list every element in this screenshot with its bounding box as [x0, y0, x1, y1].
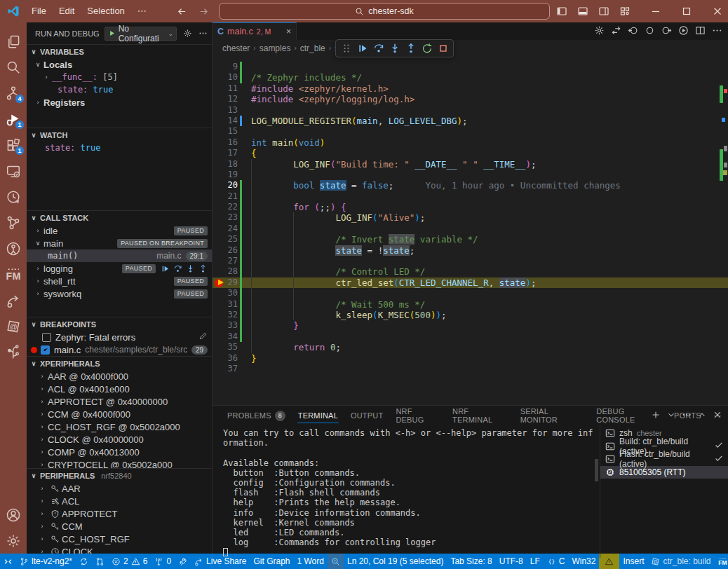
code-line[interactable]: 24 — [213, 224, 728, 234]
status-sync[interactable] — [76, 554, 92, 569]
code-line[interactable]: 34 — [213, 331, 728, 342]
toggle-sidebar-icon[interactable] — [551, 0, 572, 22]
gutter[interactable] — [215, 310, 226, 320]
watch-row[interactable]: state: true — [27, 142, 212, 154]
panel-action-close[interactable] — [713, 410, 722, 422]
nav-back-icon[interactable] — [177, 6, 187, 17]
variable-row[interactable]: ›Registers — [27, 96, 212, 109]
menu-more[interactable]: ⋯ — [131, 0, 153, 22]
status-git-branch[interactable]: lte-v2-ng2* — [16, 554, 76, 569]
chevron-right-icon[interactable]: › — [32, 227, 43, 234]
section-header[interactable]: ∨CALL STACK — [27, 211, 212, 224]
nav-forward-icon[interactable] — [198, 6, 209, 17]
chevron-right-icon[interactable]: › — [36, 423, 48, 430]
section-header[interactable]: ∨WATCH — [27, 128, 212, 142]
activity-run-and-debug[interactable]: 1 — [0, 106, 27, 132]
breadcrumb-item[interactable]: samples — [259, 43, 291, 53]
customize-layout-icon[interactable] — [614, 0, 635, 22]
activity-search[interactable] — [0, 54, 27, 80]
chevron-right-icon[interactable]: › — [36, 510, 48, 517]
activity-explorer[interactable] — [0, 28, 27, 54]
code-line[interactable]: 11#include <zephyr/kernel.h> — [213, 83, 728, 94]
gutter[interactable] — [215, 235, 226, 244]
menu-selection[interactable]: Selection — [81, 0, 130, 22]
variable-row[interactable]: ›__func__: [5] — [27, 71, 212, 83]
thread-row[interactable]: ›shell_rttPAUSED — [27, 275, 212, 287]
code-line[interactable]: 31 /* Wait 500 ms */ — [213, 299, 728, 310]
activity-nrf-connect[interactable] — [0, 235, 27, 261]
status-pull-request[interactable] — [92, 554, 108, 569]
chevron-right-icon[interactable]: › — [36, 411, 48, 418]
chevron-right-icon[interactable]: › — [36, 385, 48, 392]
code-line[interactable]: 30 — [213, 288, 728, 299]
gutter[interactable] — [215, 256, 226, 266]
panel-action-more[interactable] — [682, 410, 692, 422]
peripheral-row[interactable]: ›CC_HOST_RGF — [27, 533, 212, 545]
minimize-icon[interactable] — [645, 0, 666, 22]
terminal-output[interactable]: You can try to call commands with <-h> o… — [213, 425, 600, 558]
debug-config-dropdown[interactable]: No Configurati ⌄ — [105, 27, 177, 41]
code-line[interactable]: 29 ctr_led_set(CTR_LED_CHANNEL_R, state)… — [213, 277, 728, 288]
gutter[interactable] — [215, 160, 226, 169]
code-line[interactable]: 27 — [213, 256, 728, 266]
debug-restart-button[interactable] — [419, 41, 434, 56]
toggle-secondary-sidebar-icon[interactable] — [593, 0, 614, 22]
menu-file[interactable]: File — [25, 0, 53, 22]
chevron-right-icon[interactable]: › — [36, 436, 48, 443]
section-header[interactable]: ∨VARIABLES — [27, 45, 212, 58]
debug-stop-button[interactable] — [436, 41, 450, 56]
peripheral-row[interactable]: ›CLOCK — [27, 545, 212, 554]
chevron-right-icon[interactable]: › — [32, 265, 43, 272]
gutter[interactable] — [215, 203, 226, 212]
code-line[interactable]: 20 bool state = false; You, 1 hour ago •… — [213, 180, 728, 191]
variable-row[interactable]: state: true — [27, 83, 212, 96]
xperipheral-row[interactable]: ›CC_HOST_RGF @ 0x5002a000 — [27, 420, 212, 433]
panel-tab-nrf-terminal[interactable]: NRF TERMINAL — [446, 406, 514, 425]
code-line[interactable]: 37 — [213, 364, 728, 374]
peripheral-row[interactable]: ›APPROTECT — [27, 507, 212, 520]
activity-fm[interactable]: FM — [0, 261, 27, 287]
gutter[interactable] — [215, 332, 226, 341]
chevron-right-icon[interactable]: › — [36, 498, 48, 505]
breakpoint-row[interactable]: main.cchester/samples/ctr_ble/src29 — [27, 343, 212, 356]
code-line[interactable]: 32 k_sleep(K_MSEC(500)); — [213, 310, 728, 320]
chevron-right-icon[interactable]: › — [36, 373, 48, 380]
chevron-down-icon[interactable]: ∨ — [32, 61, 43, 68]
editor-action-split-editor[interactable] — [695, 25, 706, 38]
thread-row[interactable]: ›sysworkqPAUSED — [27, 287, 212, 300]
xperipheral-row[interactable]: ›ACL @ 0x4001e000 — [27, 383, 212, 395]
code-line[interactable]: 16int main(void) — [213, 137, 728, 148]
xperipheral-row[interactable]: ›CLOCK @ 0x40000000 — [27, 433, 212, 446]
code-line[interactable]: 33 } — [213, 320, 728, 331]
editor-action-circle-back[interactable] — [628, 25, 638, 38]
status-problems[interactable]: 26 — [108, 554, 151, 569]
stack-frame-row[interactable]: main()main.c29:1 — [27, 249, 212, 262]
chevron-right-icon[interactable]: › — [32, 277, 43, 284]
gutter[interactable] — [215, 224, 226, 233]
panel-tab-serial-monitor[interactable]: SERIAL MONITOR — [514, 406, 591, 425]
gutter[interactable] — [215, 181, 226, 190]
activity-source-control[interactable]: 4 — [0, 80, 27, 106]
debug-step-out-button[interactable] — [403, 41, 418, 56]
gutter[interactable] — [215, 267, 226, 276]
chevron-right-icon[interactable]: › — [36, 523, 48, 530]
code-line[interactable]: 22 for (;;) { — [213, 202, 728, 212]
panel-action-chevron-down[interactable] — [666, 410, 676, 422]
breadcrumb-item[interactable]: chester — [222, 43, 250, 53]
status-remote-indicator[interactable] — [0, 554, 16, 569]
gutter[interactable] — [215, 127, 226, 136]
editor-action-compare-changes[interactable] — [611, 25, 621, 38]
code-line[interactable]: 14LOG_MODULE_REGISTER(main, LOG_LEVEL_DB… — [213, 116, 728, 126]
xperipheral-row[interactable]: ›AAR @ 0x4000f000 — [27, 370, 212, 383]
gutter[interactable] — [215, 246, 226, 255]
thread-row[interactable]: ∨mainPAUSED ON BREAKPOINT — [27, 237, 212, 249]
peripheral-row[interactable]: ›AAR — [27, 482, 212, 495]
chevron-right-icon[interactable]: › — [36, 461, 48, 468]
code-line[interactable]: 25 /* Invert state variable */ — [213, 234, 728, 245]
chevron-right-icon[interactable]: › — [36, 535, 48, 542]
gutter[interactable] — [215, 321, 226, 330]
code-line[interactable]: 36} — [213, 353, 728, 364]
gutter[interactable] — [215, 149, 226, 158]
gutter[interactable] — [215, 73, 226, 82]
chevron-right-icon[interactable]: › — [36, 485, 48, 492]
